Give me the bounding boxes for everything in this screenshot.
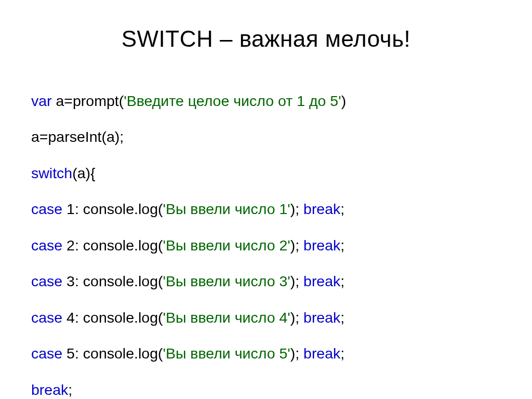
- code-text: );: [290, 237, 303, 254]
- code-text: ): [341, 92, 347, 109]
- code-line-2: a=parseInt(a);: [31, 128, 501, 146]
- keyword-case: case: [31, 345, 62, 362]
- code-text: ;: [340, 201, 344, 217]
- string-literal: 'Вы ввели число 2': [163, 237, 290, 254]
- code-text: a=parseInt(a);: [31, 128, 124, 145]
- string-literal: 'Вы ввели число 4': [163, 309, 290, 326]
- code-text: 4: console.log(: [62, 309, 163, 326]
- code-text: );: [290, 309, 303, 326]
- keyword-break: break: [303, 201, 340, 217]
- code-text: (a){: [72, 165, 95, 181]
- string-literal: 'Вы ввели число 3': [163, 273, 290, 289]
- keyword-case: case: [31, 237, 62, 254]
- code-text: 5: console.log(: [62, 345, 163, 362]
- code-text: );: [290, 273, 303, 289]
- code-line-8: case 5: console.log('Вы ввели число 5');…: [31, 344, 501, 363]
- keyword-case: case: [31, 201, 62, 217]
- code-line-1: var a=prompt('Введите целое число от 1 д…: [31, 92, 501, 110]
- code-line-7: case 4: console.log('Вы ввели число 4');…: [31, 309, 501, 327]
- code-line-4: case 1: console.log('Вы ввели число 1');…: [31, 200, 501, 218]
- code-text: 1: console.log(: [62, 201, 163, 217]
- keyword-break: break: [303, 309, 340, 326]
- code-text: ;: [340, 345, 344, 362]
- keyword-break: break: [31, 381, 68, 398]
- slide-title: SWITCH – важная мелочь!: [31, 26, 501, 52]
- code-line-3: switch(a){: [31, 164, 501, 182]
- code-text: ;: [68, 381, 72, 398]
- code-text: );: [290, 201, 303, 217]
- string-literal: 'Вы ввели число 5': [163, 345, 290, 362]
- code-text: 2: console.log(: [62, 237, 163, 254]
- keyword-case: case: [31, 273, 62, 289]
- code-text: 3: console.log(: [62, 273, 163, 289]
- code-text: ;: [340, 237, 344, 254]
- string-literal: 'Введите целое число от 1 до 5': [124, 92, 341, 109]
- code-line-9: break;: [31, 381, 501, 399]
- slide: SWITCH – важная мелочь! var a=prompt('Вв…: [0, 0, 532, 399]
- keyword-case: case: [31, 309, 62, 326]
- code-text: );: [290, 345, 303, 362]
- code-block: var a=prompt('Введите целое число от 1 д…: [31, 74, 501, 399]
- keyword-var: var: [31, 92, 52, 109]
- string-literal: 'Вы ввели число 1': [163, 201, 290, 217]
- code-line-6: case 3: console.log('Вы ввели число 3');…: [31, 272, 501, 290]
- keyword-break: break: [303, 273, 340, 289]
- keyword-switch: switch: [31, 165, 72, 181]
- code-text: ;: [340, 273, 344, 289]
- keyword-break: break: [303, 345, 340, 362]
- keyword-break: break: [303, 237, 340, 254]
- code-text: a=prompt(: [52, 92, 124, 109]
- code-line-5: case 2: console.log('Вы ввели число 2');…: [31, 236, 501, 255]
- code-text: ;: [340, 309, 344, 326]
